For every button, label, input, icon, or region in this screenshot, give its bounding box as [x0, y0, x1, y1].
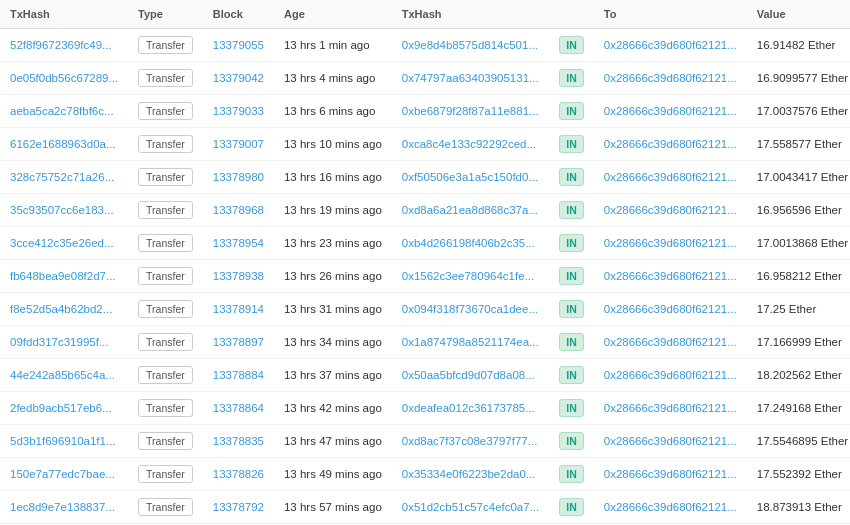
- txhash-cell: 0x51d2cb51c57c4efc0a7...: [392, 491, 549, 524]
- block-link[interactable]: 13378792: [213, 501, 264, 513]
- to-hash-link[interactable]: 0x28666c39d680f62121...: [604, 237, 737, 249]
- block-link[interactable]: 13378826: [213, 468, 264, 480]
- txhash-cell: 0x50aa5bfcd9d07d8a08...: [392, 359, 549, 392]
- value-cell: 17.5546895 Ether: [747, 425, 850, 458]
- from-hash-link[interactable]: 150e7a77edc7bae...: [10, 468, 115, 480]
- txhash-link[interactable]: 0x50aa5bfcd9d07d8a08...: [402, 369, 535, 381]
- from-hash-link[interactable]: 328c75752c71a26...: [10, 171, 114, 183]
- from-hash: 1ec8d9e7e138837...: [0, 491, 128, 524]
- from-hash-link[interactable]: 0e05f0db56c67289...: [10, 72, 118, 84]
- from-hash-link[interactable]: fb648bea9e08f2d7...: [10, 270, 116, 282]
- block-cell: 13378897: [203, 326, 274, 359]
- to-hash-link[interactable]: 0x28666c39d680f62121...: [604, 39, 737, 51]
- value-cell: 16.958212 Ether: [747, 260, 850, 293]
- to-hash-link[interactable]: 0x28666c39d680f62121...: [604, 204, 737, 216]
- table-row: f8e52d5a4b62bd2... Transfer 13378914 13 …: [0, 293, 850, 326]
- dir-cell: IN: [549, 491, 594, 524]
- block-cell: 13378864: [203, 392, 274, 425]
- to-hash-link[interactable]: 0x28666c39d680f62121...: [604, 303, 737, 315]
- value-cell: 17.25 Ether: [747, 293, 850, 326]
- to-hash-link[interactable]: 0x28666c39d680f62121...: [604, 171, 737, 183]
- from-hash: 5d3b1f696910a1f1...: [0, 425, 128, 458]
- block-link[interactable]: 13378835: [213, 435, 264, 447]
- block-link[interactable]: 13379007: [213, 138, 264, 150]
- block-link[interactable]: 13378980: [213, 171, 264, 183]
- direction-badge: IN: [559, 399, 584, 417]
- to-hash-link[interactable]: 0x28666c39d680f62121...: [604, 369, 737, 381]
- age-cell: 13 hrs 16 mins ago: [274, 161, 392, 194]
- col-header-txhash: TxHash: [0, 0, 128, 29]
- from-hash-link[interactable]: 2fedb9acb517eb6...: [10, 402, 112, 414]
- from-hash-link[interactable]: 52f8f9672369fc49...: [10, 39, 112, 51]
- dir-cell: IN: [549, 95, 594, 128]
- from-hash-link[interactable]: aeba5ca2c78fbf6c...: [10, 105, 114, 117]
- from-hash: 44e242a85b65c4a...: [0, 359, 128, 392]
- txhash-link[interactable]: 0x1a874798a8521174ea...: [402, 336, 539, 348]
- to-cell: 0x28666c39d680f62121...: [594, 458, 747, 491]
- to-hash-link[interactable]: 0x28666c39d680f62121...: [604, 138, 737, 150]
- block-link[interactable]: 13378897: [213, 336, 264, 348]
- age-cell: 13 hrs 49 mins ago: [274, 458, 392, 491]
- txhash-link[interactable]: 0x9e8d4b8575d814c501...: [402, 39, 538, 51]
- txhash-link[interactable]: 0xca8c4e133c92292ced...: [402, 138, 536, 150]
- from-hash-link[interactable]: 6162e1688963d0a...: [10, 138, 116, 150]
- from-hash-link[interactable]: 3cce412c35e26ed...: [10, 237, 114, 249]
- from-hash-link[interactable]: 35c93507cc6e183...: [10, 204, 114, 216]
- from-hash: fb648bea9e08f2d7...: [0, 260, 128, 293]
- value-cell: 16.9099577 Ether: [747, 62, 850, 95]
- block-link[interactable]: 13378864: [213, 402, 264, 414]
- txhash-link[interactable]: 0xf50506e3a1a5c150fd0...: [402, 171, 538, 183]
- from-hash-link[interactable]: 44e242a85b65c4a...: [10, 369, 115, 381]
- from-hash: 328c75752c71a26...: [0, 161, 128, 194]
- type-cell: Transfer: [128, 260, 203, 293]
- type-badge: Transfer: [138, 135, 193, 153]
- col-header-to: To: [594, 0, 747, 29]
- from-hash-link[interactable]: 09fdd317c31995f...: [10, 336, 108, 348]
- txhash-link[interactable]: 0x1562c3ee780964c1fe...: [402, 270, 534, 282]
- block-link[interactable]: 13378938: [213, 270, 264, 282]
- from-hash: 35c93507cc6e183...: [0, 194, 128, 227]
- txhash-link[interactable]: 0x74797aa63403905131...: [402, 72, 539, 84]
- txhash-link[interactable]: 0x35334e0f6223be2da0...: [402, 468, 536, 480]
- from-hash: 09fdd317c31995f...: [0, 326, 128, 359]
- to-cell: 0x28666c39d680f62121...: [594, 95, 747, 128]
- to-hash-link[interactable]: 0x28666c39d680f62121...: [604, 270, 737, 282]
- txhash-link[interactable]: 0xbe6879f28f87a11e881...: [402, 105, 539, 117]
- block-link[interactable]: 13378954: [213, 237, 264, 249]
- direction-badge: IN: [559, 267, 584, 285]
- to-hash-link[interactable]: 0x28666c39d680f62121...: [604, 72, 737, 84]
- txhash-link[interactable]: 0xb4d266198f406b2c35...: [402, 237, 535, 249]
- block-link[interactable]: 13378884: [213, 369, 264, 381]
- txhash-link[interactable]: 0xdeafea012c36173785...: [402, 402, 535, 414]
- to-hash-link[interactable]: 0x28666c39d680f62121...: [604, 435, 737, 447]
- txhash-link[interactable]: 0x094f318f73670ca1dee...: [402, 303, 538, 315]
- to-hash-link[interactable]: 0x28666c39d680f62121...: [604, 336, 737, 348]
- txhash-link[interactable]: 0xd8a6a21ea8d868c37a...: [402, 204, 538, 216]
- to-hash-link[interactable]: 0x28666c39d680f62121...: [604, 501, 737, 513]
- from-hash-link[interactable]: f8e52d5a4b62bd2...: [10, 303, 112, 315]
- block-link[interactable]: 13379055: [213, 39, 264, 51]
- to-hash-link[interactable]: 0x28666c39d680f62121...: [604, 402, 737, 414]
- col-header-age: Age: [274, 0, 392, 29]
- txhash-cell: 0x9e8d4b8575d814c501...: [392, 29, 549, 62]
- value-cell: 16.956596 Ether: [747, 194, 850, 227]
- from-hash: 0e05f0db56c67289...: [0, 62, 128, 95]
- direction-badge: IN: [559, 333, 584, 351]
- to-hash-link[interactable]: 0x28666c39d680f62121...: [604, 105, 737, 117]
- block-link[interactable]: 13379042: [213, 72, 264, 84]
- block-link[interactable]: 13378914: [213, 303, 264, 315]
- from-hash-link[interactable]: 1ec8d9e7e138837...: [10, 501, 115, 513]
- block-cell: 13378826: [203, 458, 274, 491]
- txhash-link[interactable]: 0x51d2cb51c57c4efc0a7...: [402, 501, 539, 513]
- type-cell: Transfer: [128, 128, 203, 161]
- block-link[interactable]: 13378968: [213, 204, 264, 216]
- from-hash-link[interactable]: 5d3b1f696910a1f1...: [10, 435, 116, 447]
- block-link[interactable]: 13379033: [213, 105, 264, 117]
- value-cell: 17.249168 Ether: [747, 392, 850, 425]
- block-cell: 13379055: [203, 29, 274, 62]
- direction-badge: IN: [559, 465, 584, 483]
- txhash-link[interactable]: 0xd8ac7f37c08e3797f77...: [402, 435, 538, 447]
- to-hash-link[interactable]: 0x28666c39d680f62121...: [604, 468, 737, 480]
- value-cell: 18.873913 Ether: [747, 491, 850, 524]
- to-cell: 0x28666c39d680f62121...: [594, 491, 747, 524]
